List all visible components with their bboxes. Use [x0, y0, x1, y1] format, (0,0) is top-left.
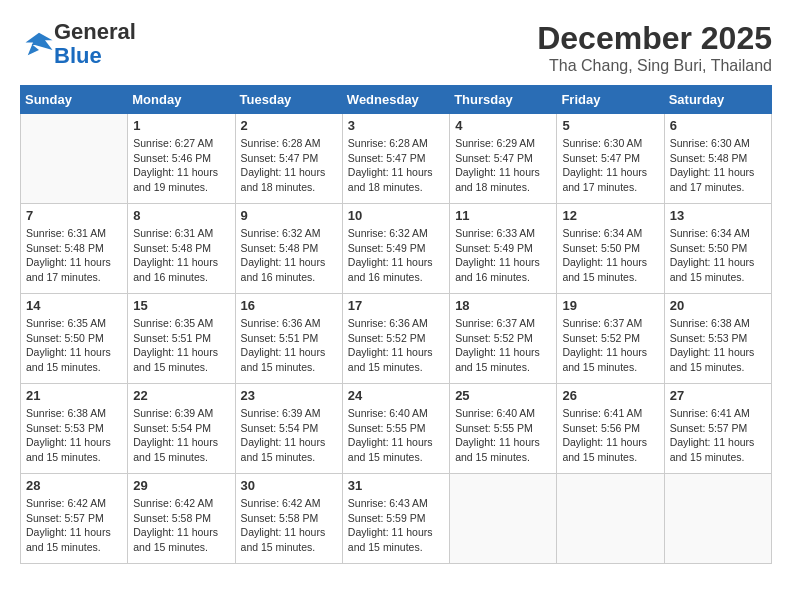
calendar-cell: 18Sunrise: 6:37 AMSunset: 5:52 PMDayligh…	[450, 294, 557, 384]
calendar-day-header: Tuesday	[235, 86, 342, 114]
day-info: Sunrise: 6:40 AMSunset: 5:55 PMDaylight:…	[455, 406, 551, 465]
calendar-cell: 19Sunrise: 6:37 AMSunset: 5:52 PMDayligh…	[557, 294, 664, 384]
day-number: 3	[348, 118, 444, 133]
day-info: Sunrise: 6:28 AMSunset: 5:47 PMDaylight:…	[348, 136, 444, 195]
day-info: Sunrise: 6:38 AMSunset: 5:53 PMDaylight:…	[670, 316, 766, 375]
day-info: Sunrise: 6:42 AMSunset: 5:58 PMDaylight:…	[133, 496, 229, 555]
day-info: Sunrise: 6:29 AMSunset: 5:47 PMDaylight:…	[455, 136, 551, 195]
calendar-week-row: 7Sunrise: 6:31 AMSunset: 5:48 PMDaylight…	[21, 204, 772, 294]
day-info: Sunrise: 6:28 AMSunset: 5:47 PMDaylight:…	[241, 136, 337, 195]
calendar-cell: 12Sunrise: 6:34 AMSunset: 5:50 PMDayligh…	[557, 204, 664, 294]
day-number: 2	[241, 118, 337, 133]
day-number: 6	[670, 118, 766, 133]
day-info: Sunrise: 6:39 AMSunset: 5:54 PMDaylight:…	[133, 406, 229, 465]
calendar-cell: 8Sunrise: 6:31 AMSunset: 5:48 PMDaylight…	[128, 204, 235, 294]
day-info: Sunrise: 6:32 AMSunset: 5:49 PMDaylight:…	[348, 226, 444, 285]
day-info: Sunrise: 6:27 AMSunset: 5:46 PMDaylight:…	[133, 136, 229, 195]
day-info: Sunrise: 6:34 AMSunset: 5:50 PMDaylight:…	[562, 226, 658, 285]
day-number: 27	[670, 388, 766, 403]
logo: General Blue	[20, 20, 136, 68]
calendar-day-header: Wednesday	[342, 86, 449, 114]
day-info: Sunrise: 6:30 AMSunset: 5:48 PMDaylight:…	[670, 136, 766, 195]
calendar-cell	[557, 474, 664, 564]
calendar-cell: 30Sunrise: 6:42 AMSunset: 5:58 PMDayligh…	[235, 474, 342, 564]
calendar-cell: 1Sunrise: 6:27 AMSunset: 5:46 PMDaylight…	[128, 114, 235, 204]
calendar-cell: 6Sunrise: 6:30 AMSunset: 5:48 PMDaylight…	[664, 114, 771, 204]
day-number: 21	[26, 388, 122, 403]
day-number: 15	[133, 298, 229, 313]
day-number: 12	[562, 208, 658, 223]
calendar-cell	[21, 114, 128, 204]
title-block: December 2025 Tha Chang, Sing Buri, Thai…	[537, 20, 772, 75]
calendar-cell: 2Sunrise: 6:28 AMSunset: 5:47 PMDaylight…	[235, 114, 342, 204]
calendar-table: SundayMondayTuesdayWednesdayThursdayFrid…	[20, 85, 772, 564]
calendar-cell: 15Sunrise: 6:35 AMSunset: 5:51 PMDayligh…	[128, 294, 235, 384]
day-number: 7	[26, 208, 122, 223]
day-number: 31	[348, 478, 444, 493]
logo-text: General Blue	[54, 20, 136, 68]
calendar-cell: 5Sunrise: 6:30 AMSunset: 5:47 PMDaylight…	[557, 114, 664, 204]
day-number: 4	[455, 118, 551, 133]
calendar-cell: 28Sunrise: 6:42 AMSunset: 5:57 PMDayligh…	[21, 474, 128, 564]
calendar-day-header: Saturday	[664, 86, 771, 114]
calendar-cell: 31Sunrise: 6:43 AMSunset: 5:59 PMDayligh…	[342, 474, 449, 564]
calendar-cell	[450, 474, 557, 564]
calendar-cell: 4Sunrise: 6:29 AMSunset: 5:47 PMDaylight…	[450, 114, 557, 204]
calendar-cell: 13Sunrise: 6:34 AMSunset: 5:50 PMDayligh…	[664, 204, 771, 294]
logo-icon	[24, 29, 54, 59]
calendar-day-header: Thursday	[450, 86, 557, 114]
day-number: 1	[133, 118, 229, 133]
day-info: Sunrise: 6:38 AMSunset: 5:53 PMDaylight:…	[26, 406, 122, 465]
calendar-cell: 17Sunrise: 6:36 AMSunset: 5:52 PMDayligh…	[342, 294, 449, 384]
day-info: Sunrise: 6:32 AMSunset: 5:48 PMDaylight:…	[241, 226, 337, 285]
month-year-title: December 2025	[537, 20, 772, 57]
calendar-cell: 29Sunrise: 6:42 AMSunset: 5:58 PMDayligh…	[128, 474, 235, 564]
calendar-week-row: 14Sunrise: 6:35 AMSunset: 5:50 PMDayligh…	[21, 294, 772, 384]
calendar-day-header: Monday	[128, 86, 235, 114]
day-number: 8	[133, 208, 229, 223]
calendar-week-row: 21Sunrise: 6:38 AMSunset: 5:53 PMDayligh…	[21, 384, 772, 474]
calendar-cell: 10Sunrise: 6:32 AMSunset: 5:49 PMDayligh…	[342, 204, 449, 294]
day-info: Sunrise: 6:41 AMSunset: 5:56 PMDaylight:…	[562, 406, 658, 465]
day-number: 17	[348, 298, 444, 313]
calendar-cell: 24Sunrise: 6:40 AMSunset: 5:55 PMDayligh…	[342, 384, 449, 474]
day-info: Sunrise: 6:31 AMSunset: 5:48 PMDaylight:…	[26, 226, 122, 285]
calendar-cell: 27Sunrise: 6:41 AMSunset: 5:57 PMDayligh…	[664, 384, 771, 474]
calendar-week-row: 28Sunrise: 6:42 AMSunset: 5:57 PMDayligh…	[21, 474, 772, 564]
calendar-cell: 9Sunrise: 6:32 AMSunset: 5:48 PMDaylight…	[235, 204, 342, 294]
day-info: Sunrise: 6:33 AMSunset: 5:49 PMDaylight:…	[455, 226, 551, 285]
calendar-cell: 14Sunrise: 6:35 AMSunset: 5:50 PMDayligh…	[21, 294, 128, 384]
day-info: Sunrise: 6:35 AMSunset: 5:50 PMDaylight:…	[26, 316, 122, 375]
day-info: Sunrise: 6:39 AMSunset: 5:54 PMDaylight:…	[241, 406, 337, 465]
calendar-cell: 3Sunrise: 6:28 AMSunset: 5:47 PMDaylight…	[342, 114, 449, 204]
day-number: 19	[562, 298, 658, 313]
calendar-cell	[664, 474, 771, 564]
day-number: 26	[562, 388, 658, 403]
calendar-cell: 25Sunrise: 6:40 AMSunset: 5:55 PMDayligh…	[450, 384, 557, 474]
day-info: Sunrise: 6:40 AMSunset: 5:55 PMDaylight:…	[348, 406, 444, 465]
day-number: 13	[670, 208, 766, 223]
calendar-cell: 7Sunrise: 6:31 AMSunset: 5:48 PMDaylight…	[21, 204, 128, 294]
calendar-day-header: Sunday	[21, 86, 128, 114]
day-info: Sunrise: 6:37 AMSunset: 5:52 PMDaylight:…	[562, 316, 658, 375]
day-info: Sunrise: 6:35 AMSunset: 5:51 PMDaylight:…	[133, 316, 229, 375]
day-number: 22	[133, 388, 229, 403]
day-number: 23	[241, 388, 337, 403]
day-number: 5	[562, 118, 658, 133]
calendar-body: 1Sunrise: 6:27 AMSunset: 5:46 PMDaylight…	[21, 114, 772, 564]
day-info: Sunrise: 6:42 AMSunset: 5:58 PMDaylight:…	[241, 496, 337, 555]
location-subtitle: Tha Chang, Sing Buri, Thailand	[537, 57, 772, 75]
day-number: 28	[26, 478, 122, 493]
svg-marker-0	[26, 33, 53, 56]
page-header: General Blue December 2025 Tha Chang, Si…	[20, 20, 772, 75]
calendar-cell: 22Sunrise: 6:39 AMSunset: 5:54 PMDayligh…	[128, 384, 235, 474]
calendar-cell: 23Sunrise: 6:39 AMSunset: 5:54 PMDayligh…	[235, 384, 342, 474]
day-number: 14	[26, 298, 122, 313]
calendar-cell: 21Sunrise: 6:38 AMSunset: 5:53 PMDayligh…	[21, 384, 128, 474]
day-number: 11	[455, 208, 551, 223]
day-number: 9	[241, 208, 337, 223]
day-info: Sunrise: 6:30 AMSunset: 5:47 PMDaylight:…	[562, 136, 658, 195]
calendar-header-row: SundayMondayTuesdayWednesdayThursdayFrid…	[21, 86, 772, 114]
calendar-week-row: 1Sunrise: 6:27 AMSunset: 5:46 PMDaylight…	[21, 114, 772, 204]
day-number: 29	[133, 478, 229, 493]
